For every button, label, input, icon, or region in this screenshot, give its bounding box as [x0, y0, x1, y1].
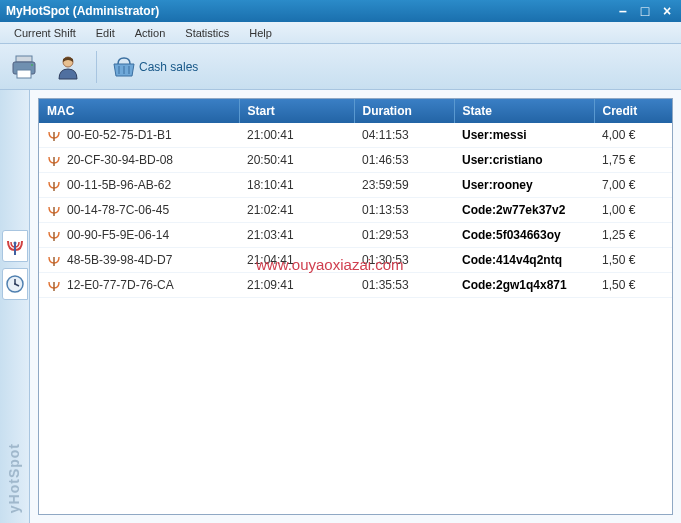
- svg-point-9: [13, 242, 16, 245]
- cell-start: 21:03:41: [239, 223, 354, 248]
- cell-mac: 00-11-5B-96-AB-62: [67, 178, 171, 192]
- cell-duration: 04:11:53: [354, 123, 454, 148]
- close-button[interactable]: ×: [659, 3, 675, 19]
- svg-point-13: [14, 283, 16, 285]
- menubar: Current Shift Edit Action Statistics Hel…: [0, 22, 681, 44]
- cell-mac: 00-90-F5-9E-06-14: [67, 228, 169, 242]
- svg-point-17: [53, 157, 55, 159]
- cell-duration: 01:29:53: [354, 223, 454, 248]
- cell-state: User:cristiano: [454, 148, 594, 173]
- table-row[interactable]: 48-5B-39-98-4D-D721:04:4101:30:53Code:41…: [39, 248, 672, 273]
- cash-sales-button[interactable]: Cash sales: [109, 54, 200, 80]
- svg-point-27: [53, 282, 55, 284]
- window-controls: – □ ×: [615, 3, 675, 19]
- header-start[interactable]: Start: [239, 99, 354, 123]
- printer-button[interactable]: [8, 51, 40, 83]
- menu-action[interactable]: Action: [125, 24, 176, 42]
- table-header-row: MAC Start Duration State Credit: [39, 99, 672, 123]
- antenna-icon: [5, 236, 25, 256]
- cell-mac: 00-14-78-7C-06-45: [67, 203, 169, 217]
- menu-statistics[interactable]: Statistics: [175, 24, 239, 42]
- cell-mac: 12-E0-77-7D-76-CA: [67, 278, 174, 292]
- signal-icon: [47, 203, 61, 217]
- sidebar-tab-antenna[interactable]: [2, 230, 28, 262]
- svg-rect-2: [17, 70, 31, 78]
- user-button[interactable]: [52, 51, 84, 83]
- table-row[interactable]: 20-CF-30-94-BD-0820:50:4101:46:53User:cr…: [39, 148, 672, 173]
- cell-start: 20:50:41: [239, 148, 354, 173]
- printer-icon: [10, 53, 38, 81]
- cell-credit: 4,00 €: [594, 123, 672, 148]
- table-row[interactable]: 00-E0-52-75-D1-B121:00:4104:11:53User:me…: [39, 123, 672, 148]
- signal-icon: [47, 128, 61, 142]
- header-mac[interactable]: MAC: [39, 99, 239, 123]
- maximize-button[interactable]: □: [637, 3, 653, 19]
- cell-duration: 01:13:53: [354, 198, 454, 223]
- cell-credit: 7,00 €: [594, 173, 672, 198]
- svg-point-15: [53, 132, 55, 134]
- minimize-button[interactable]: –: [615, 3, 631, 19]
- cell-credit: 1,75 €: [594, 148, 672, 173]
- sidebar: yHotSpot: [0, 90, 30, 523]
- header-credit[interactable]: Credit: [594, 99, 672, 123]
- cell-duration: 01:46:53: [354, 148, 454, 173]
- content-area: MAC Start Duration State Credit 00-E0-52…: [30, 90, 681, 523]
- sessions-table-wrap: MAC Start Duration State Credit 00-E0-52…: [38, 98, 673, 515]
- cell-mac: 48-5B-39-98-4D-D7: [67, 253, 172, 267]
- menu-current-shift[interactable]: Current Shift: [4, 24, 86, 42]
- svg-point-25: [53, 257, 55, 259]
- cell-state: User:messi: [454, 123, 594, 148]
- cell-credit: 1,50 €: [594, 248, 672, 273]
- signal-icon: [47, 228, 61, 242]
- sidebar-brand-text: yHotSpot: [6, 443, 22, 513]
- table-row[interactable]: 12-E0-77-7D-76-CA21:09:4101:35:53Code:2g…: [39, 273, 672, 298]
- signal-icon: [47, 278, 61, 292]
- cell-duration: 23:59:59: [354, 173, 454, 198]
- header-duration[interactable]: Duration: [354, 99, 454, 123]
- header-state[interactable]: State: [454, 99, 594, 123]
- menu-help[interactable]: Help: [239, 24, 282, 42]
- cell-start: 21:00:41: [239, 123, 354, 148]
- table-row[interactable]: 00-90-F5-9E-06-1421:03:4101:29:53Code:5f…: [39, 223, 672, 248]
- svg-point-3: [31, 64, 33, 66]
- signal-icon: [47, 153, 61, 167]
- cell-credit: 1,25 €: [594, 223, 672, 248]
- user-icon: [54, 53, 82, 81]
- table-row[interactable]: 00-11-5B-96-AB-6218:10:4123:59:59User:ro…: [39, 173, 672, 198]
- cell-state: Code:2w77ek37v2: [454, 198, 594, 223]
- svg-point-19: [53, 182, 55, 184]
- cell-state: Code:414v4q2ntq: [454, 248, 594, 273]
- cell-state: Code:5f034663oy: [454, 223, 594, 248]
- cell-duration: 01:30:53: [354, 248, 454, 273]
- svg-point-23: [53, 232, 55, 234]
- signal-icon: [47, 253, 61, 267]
- cell-credit: 1,50 €: [594, 273, 672, 298]
- cell-mac: 00-E0-52-75-D1-B1: [67, 128, 172, 142]
- cell-start: 21:04:41: [239, 248, 354, 273]
- basket-icon: [111, 56, 137, 78]
- sidebar-tab-clock[interactable]: [2, 268, 28, 300]
- cell-start: 18:10:41: [239, 173, 354, 198]
- cell-mac: 20-CF-30-94-BD-08: [67, 153, 173, 167]
- table-row[interactable]: 00-14-78-7C-06-4521:02:4101:13:53Code:2w…: [39, 198, 672, 223]
- svg-point-21: [53, 207, 55, 209]
- cell-state: Code:2gw1q4x871: [454, 273, 594, 298]
- toolbar: Cash sales: [0, 44, 681, 90]
- clock-icon: [5, 274, 25, 294]
- svg-rect-0: [16, 56, 32, 62]
- cell-state: User:rooney: [454, 173, 594, 198]
- cell-credit: 1,00 €: [594, 198, 672, 223]
- menu-edit[interactable]: Edit: [86, 24, 125, 42]
- sessions-table: MAC Start Duration State Credit 00-E0-52…: [39, 99, 672, 298]
- window-title: MyHotSpot (Administrator): [6, 4, 615, 18]
- cell-start: 21:09:41: [239, 273, 354, 298]
- toolbar-separator: [96, 51, 97, 83]
- cell-start: 21:02:41: [239, 198, 354, 223]
- signal-icon: [47, 178, 61, 192]
- cash-sales-label: Cash sales: [139, 60, 198, 74]
- titlebar: MyHotSpot (Administrator) – □ ×: [0, 0, 681, 22]
- cell-duration: 01:35:53: [354, 273, 454, 298]
